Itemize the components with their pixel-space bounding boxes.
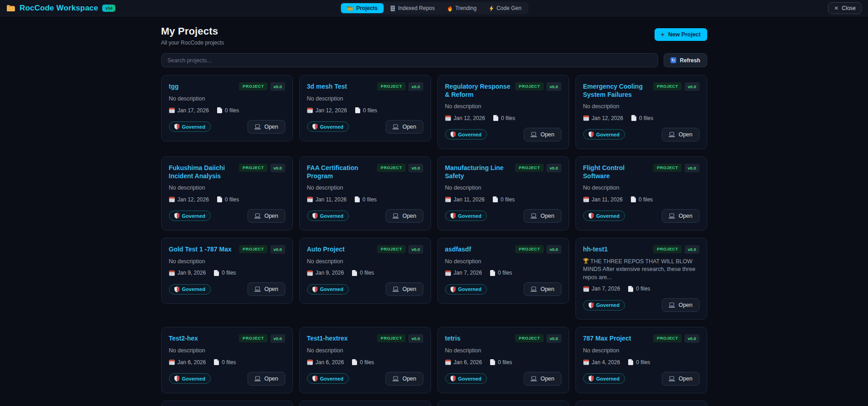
project-card: FAA Certification Program PROJECT v0.0 N… [299, 156, 431, 231]
project-card: 787 Max Project PROJECT v0.0 No descript… [575, 327, 707, 393]
file-icon [217, 196, 222, 202]
project-description: No description [169, 347, 285, 355]
open-project-button[interactable]: Open [248, 120, 285, 134]
open-project-button[interactable]: Open [524, 209, 561, 223]
project-version-badge: v0.0 [684, 245, 699, 254]
project-title[interactable]: Test2-hex [169, 334, 198, 343]
shield-icon [174, 286, 179, 292]
project-title[interactable]: asdfasdf [445, 245, 471, 254]
project-meta: Jan 11, 2026 0 files [583, 196, 699, 203]
close-button[interactable]: ✕ Close [828, 2, 862, 14]
project-title[interactable]: hh-test1 [583, 245, 608, 254]
calendar-icon [169, 270, 175, 276]
project-title[interactable]: Test1-hextrex [307, 334, 348, 343]
governed-badge: Governed [445, 284, 487, 295]
project-title[interactable]: Flight Control Software [583, 164, 649, 180]
project-title[interactable]: Fukushima Daiichi Incident Analysis [169, 164, 235, 180]
folder-icon [347, 6, 353, 11]
project-type-badge: PROJECT [515, 245, 544, 253]
project-meta: Jan 12, 2026 0 files [583, 115, 699, 121]
tab-projects[interactable]: Projects [341, 3, 383, 13]
file-icon [214, 359, 219, 365]
shield-icon [312, 286, 317, 292]
file-count: 0 files [352, 270, 374, 276]
shield-icon [174, 376, 179, 381]
open-project-button[interactable]: Open [524, 128, 561, 141]
project-version-badge: v0.0 [684, 334, 699, 343]
file-count: 0 files [631, 196, 653, 203]
project-card: Test1 PROJECT v0.0 No description [299, 401, 431, 406]
new-project-button[interactable]: + New Project [655, 28, 707, 41]
project-title[interactable]: 787 Max Project [583, 334, 631, 343]
project-title[interactable]: Emergency Cooling System Failures [583, 82, 649, 99]
project-title[interactable]: 3d mesh Test [307, 82, 347, 91]
open-project-button[interactable]: Open [386, 120, 423, 134]
project-title[interactable]: Regulatory Response & Reform [445, 82, 511, 99]
search-input[interactable] [161, 53, 658, 67]
open-project-button[interactable]: Open [386, 209, 423, 223]
refresh-button[interactable]: ↻ Refresh [664, 53, 707, 67]
open-project-button[interactable]: Open [386, 282, 423, 296]
calendar-icon [445, 196, 451, 202]
project-version-badge: v0.0 [408, 245, 423, 254]
open-project-button[interactable]: Open [662, 128, 699, 141]
project-title[interactable]: tgg [169, 82, 179, 91]
tab-code-gen[interactable]: Code Gen [483, 3, 527, 13]
project-meta: Jan 12, 2026 0 files [169, 196, 285, 203]
project-description: No description [307, 347, 423, 355]
created-date: Jan 9, 2026 [169, 270, 206, 276]
shield-icon [451, 131, 456, 137]
governed-badge: Governed [169, 211, 211, 221]
project-title[interactable]: Auto Project [307, 245, 345, 254]
created-date: Jan 11, 2026 [307, 196, 347, 203]
project-version-badge: v0.0 [408, 82, 423, 91]
laptop-icon [254, 286, 261, 292]
file-count: 0 files [352, 359, 374, 366]
open-project-button[interactable]: Open [248, 372, 285, 386]
open-project-button[interactable]: Open [524, 372, 561, 386]
tab-indexed-repos[interactable]: Indexed Repos [385, 3, 441, 13]
laptop-icon [392, 376, 399, 381]
project-card: tgg PROJECT v0.0 No description [161, 75, 293, 141]
file-count: 0 files [631, 115, 653, 121]
cabinet-icon [391, 5, 395, 11]
created-date: Jan 6, 2026 [169, 359, 206, 366]
brand: RocCode Workspace v14 [6, 4, 115, 13]
open-project-button[interactable]: Open [248, 282, 285, 296]
project-title[interactable]: FAA Certification Program [307, 164, 373, 180]
open-project-button[interactable]: Open [662, 372, 699, 386]
content-area: My Projects All your RocCode projects + … [0, 16, 868, 406]
tab-trending[interactable]: Trending [441, 3, 482, 13]
open-project-button[interactable]: Open [662, 209, 699, 223]
file-icon [214, 270, 219, 276]
project-title[interactable]: Manufacturing Line Safety [445, 164, 511, 180]
project-description: No description [307, 95, 423, 103]
project-title[interactable]: Gold Test 1 -787 Max [169, 245, 232, 254]
governed-badge: Governed [169, 121, 211, 132]
project-type-badge: PROJECT [653, 334, 682, 342]
laptop-icon [392, 124, 399, 130]
file-count: 0 files [490, 270, 512, 276]
project-version-badge: v0.0 [270, 245, 285, 254]
project-title[interactable]: tetris [445, 334, 461, 343]
project-card: x1 PROJECT v0.0 No description [161, 401, 293, 406]
project-description: No description [445, 347, 561, 355]
open-project-button[interactable]: Open [662, 298, 699, 312]
open-project-button[interactable]: Open [248, 209, 285, 223]
project-meta: Jan 11, 2026 0 files [307, 196, 423, 203]
project-card: Test1-hextrex PROJECT v0.0 No descriptio… [299, 327, 431, 393]
plus-icon: + [661, 31, 665, 38]
open-project-button[interactable]: Open [386, 372, 423, 386]
laptop-icon [254, 124, 261, 130]
laptop-icon [392, 286, 399, 292]
file-icon [355, 196, 360, 202]
project-meta: Jan 12, 2026 0 files [445, 115, 561, 121]
file-icon [493, 115, 498, 121]
governed-badge: Governed [307, 284, 349, 295]
open-project-button[interactable]: Open [524, 282, 561, 296]
file-icon [352, 359, 357, 365]
file-icon [355, 107, 360, 113]
trophy-icon [583, 258, 589, 264]
calendar-icon [445, 359, 451, 365]
project-meta: Jan 7, 2026 0 files [445, 270, 561, 276]
